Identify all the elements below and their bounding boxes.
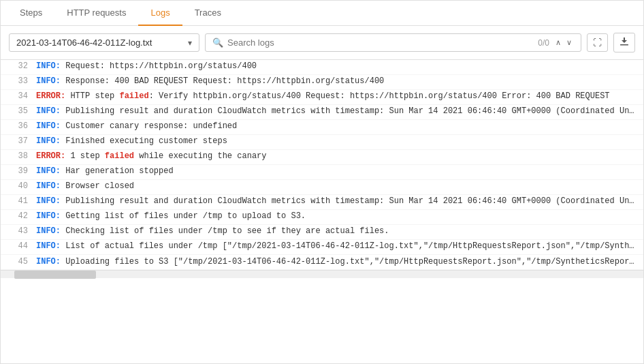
- expand-button[interactable]: ⛶: [587, 33, 608, 52]
- info-label: INFO:: [36, 241, 61, 251]
- log-text: Getting list of files under /tmp to uplo…: [61, 211, 306, 221]
- log-row: 35INFO: Publishing result and duration C…: [1, 105, 643, 120]
- download-button[interactable]: [613, 33, 635, 52]
- log-text: Request: https://httpbin.org/status/400: [61, 61, 257, 71]
- log-row: 43INFO: Checking list of files under /tm…: [1, 225, 643, 240]
- toolbar: 2021-03-14T06-46-42-011Z-log.txt ▾ 🔍 0/0…: [1, 26, 643, 60]
- tab-steps[interactable]: Steps: [7, 1, 54, 26]
- info-label: INFO:: [36, 226, 61, 236]
- line-number: 42: [6, 211, 28, 221]
- search-count: 0/0: [538, 38, 549, 48]
- search-prev-button[interactable]: ∧: [553, 37, 563, 48]
- tab-logs[interactable]: Logs: [138, 1, 182, 26]
- line-number: 43: [6, 226, 28, 236]
- horizontal-scrollbar[interactable]: [1, 270, 643, 278]
- log-text: Publishing result and duration CloudWatc…: [61, 106, 638, 116]
- log-row: 37INFO: Finished executing customer step…: [1, 135, 643, 150]
- info-label: INFO:: [36, 196, 61, 206]
- search-input[interactable]: [227, 37, 538, 48]
- log-content: INFO: Finished executing customer steps: [36, 136, 638, 146]
- info-label: INFO:: [36, 211, 61, 221]
- log-row: 44INFO: List of actual files under /tmp …: [1, 240, 643, 255]
- info-label: INFO:: [36, 106, 61, 116]
- log-content: INFO: Checking list of files under /tmp …: [36, 226, 638, 236]
- line-number: 40: [6, 181, 28, 191]
- log-content: INFO: Request: https://httpbin.org/statu…: [36, 61, 638, 71]
- log-text: Har generation stopped: [61, 166, 174, 176]
- line-number: 36: [6, 121, 28, 131]
- chevron-down-icon: ▾: [188, 38, 192, 48]
- tab-traces[interactable]: Traces: [182, 1, 234, 26]
- log-text: Browser closed: [61, 181, 134, 191]
- line-number: 37: [6, 136, 28, 146]
- log-text: Publishing result and duration CloudWatc…: [61, 196, 638, 206]
- log-content: INFO: Response: 400 BAD REQUEST Request:…: [36, 76, 638, 86]
- info-label: INFO:: [36, 121, 61, 131]
- log-row: 38ERROR: 1 step failed while executing t…: [1, 150, 643, 165]
- info-label: INFO:: [36, 166, 61, 176]
- info-label: INFO:: [36, 76, 61, 86]
- line-number: 34: [6, 91, 28, 101]
- info-label: INFO:: [36, 136, 61, 146]
- error-label: ERROR:: [36, 91, 65, 101]
- horizontal-scroll-thumb: [14, 271, 96, 279]
- log-row: 34ERROR: HTTP step failed: Verify httpbi…: [1, 90, 643, 105]
- log-text: Uploading files to S3 ["/tmp/2021-03-14T…: [61, 257, 638, 267]
- search-next-button[interactable]: ∨: [564, 37, 574, 48]
- line-number: 33: [6, 76, 28, 86]
- log-text: Customer canary response: undefined: [61, 121, 237, 131]
- download-icon: [619, 37, 629, 48]
- line-number: 44: [6, 241, 28, 251]
- log-row: 45INFO: Uploading files to S3 ["/tmp/202…: [1, 255, 643, 270]
- log-content: INFO: Customer canary response: undefine…: [36, 121, 638, 131]
- log-content: INFO: List of actual files under /tmp ["…: [36, 241, 638, 251]
- log-row: 33INFO: Response: 400 BAD REQUEST Reques…: [1, 75, 643, 90]
- info-label: INFO:: [36, 181, 61, 191]
- file-selector[interactable]: 2021-03-14T06-46-42-011Z-log.txt ▾: [9, 33, 199, 52]
- failed-keyword: failed: [119, 91, 148, 101]
- log-content: INFO: Uploading files to S3 ["/tmp/2021-…: [36, 256, 638, 267]
- file-selector-value: 2021-03-14T06-46-42-011Z-log.txt: [16, 37, 152, 48]
- log-row: 32INFO: Request: https://httpbin.org/sta…: [1, 60, 643, 75]
- log-row: 40INFO: Browser closed: [1, 180, 643, 195]
- log-content: INFO: Publishing result and duration Clo…: [36, 106, 638, 116]
- failed-keyword: failed: [105, 151, 134, 161]
- log-text: Finished executing customer steps: [61, 136, 227, 146]
- line-number: 38: [6, 151, 28, 161]
- log-row: 42INFO: Getting list of files under /tmp…: [1, 210, 643, 225]
- log-row: 36INFO: Customer canary response: undefi…: [1, 120, 643, 135]
- log-content: ERROR: 1 step failed while executing the…: [36, 151, 638, 161]
- line-number: 35: [6, 106, 28, 116]
- line-number: 32: [6, 61, 28, 71]
- log-content: INFO: Getting list of files under /tmp t…: [36, 211, 638, 221]
- expand-icon: ⛶: [593, 37, 602, 48]
- search-nav: ∧ ∨: [553, 37, 574, 48]
- log-text: Checking list of files under /tmp to see…: [61, 226, 389, 236]
- line-number: 45: [6, 257, 28, 267]
- log-lines: 32INFO: Request: https://httpbin.org/sta…: [1, 60, 643, 270]
- svg-rect-0: [620, 44, 628, 46]
- log-text: Response: 400 BAD REQUEST Request: https…: [61, 76, 384, 86]
- line-number: 41: [6, 196, 28, 206]
- search-container: 🔍 0/0 ∧ ∨: [205, 33, 581, 52]
- log-content: ERROR: HTTP step failed: Verify httpbin.…: [36, 91, 638, 101]
- tab-http-requests[interactable]: HTTP requests: [54, 1, 138, 26]
- log-row: 41INFO: Publishing result and duration C…: [1, 195, 643, 210]
- error-label: ERROR:: [36, 151, 65, 161]
- log-content: INFO: Har generation stopped: [36, 166, 638, 176]
- log-content: INFO: Publishing result and duration Clo…: [36, 196, 638, 206]
- info-label: INFO:: [36, 257, 61, 267]
- log-content: INFO: Browser closed: [36, 181, 638, 191]
- search-icon: 🔍: [212, 37, 223, 48]
- tabs-bar: Steps HTTP requests Logs Traces: [1, 1, 643, 26]
- log-row: 39INFO: Har generation stopped: [1, 165, 643, 180]
- log-text: List of actual files under /tmp ["/tmp/2…: [61, 241, 638, 251]
- info-label: INFO:: [36, 61, 61, 71]
- line-number: 39: [6, 166, 28, 176]
- log-container: 32INFO: Request: https://httpbin.org/sta…: [1, 60, 643, 356]
